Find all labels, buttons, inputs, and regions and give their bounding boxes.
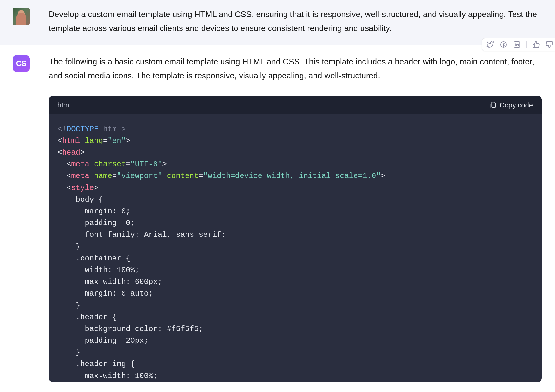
svg-rect-2 bbox=[515, 44, 516, 46]
share-toolbar bbox=[482, 38, 555, 51]
svg-rect-4 bbox=[492, 103, 495, 107]
assistant-avatar: CS bbox=[13, 55, 30, 72]
twitter-icon[interactable] bbox=[486, 41, 494, 48]
assistant-intro-text: The following is a basic custom email te… bbox=[49, 55, 542, 83]
thumbs-up-icon[interactable] bbox=[532, 41, 540, 48]
code-content[interactable]: <!DOCTYPE html> <html lang="en"> <head> … bbox=[49, 114, 542, 382]
copy-code-button[interactable]: Copy code bbox=[490, 101, 533, 109]
svg-point-3 bbox=[515, 43, 516, 44]
toolbar-divider bbox=[526, 41, 527, 48]
code-block: html Copy code <!DOCTYPE html> <html lan… bbox=[49, 96, 542, 382]
assistant-badge-text: CS bbox=[16, 59, 26, 68]
user-message-row: Develop a custom email template using HT… bbox=[0, 0, 555, 45]
code-language-label: html bbox=[58, 101, 71, 109]
clipboard-icon bbox=[490, 102, 497, 109]
linkedin-icon[interactable] bbox=[513, 41, 521, 48]
user-message-content: Develop a custom email template using HT… bbox=[49, 8, 542, 35]
assistant-message-content: The following is a basic custom email te… bbox=[49, 55, 542, 382]
code-header: html Copy code bbox=[49, 96, 542, 114]
user-message-text: Develop a custom email template using HT… bbox=[49, 8, 542, 35]
thumbs-down-icon[interactable] bbox=[546, 41, 553, 48]
facebook-icon[interactable] bbox=[500, 41, 507, 48]
assistant-message-row: CS The following is a basic custom email… bbox=[0, 45, 555, 382]
copy-code-label: Copy code bbox=[500, 101, 533, 109]
user-avatar bbox=[13, 8, 30, 25]
